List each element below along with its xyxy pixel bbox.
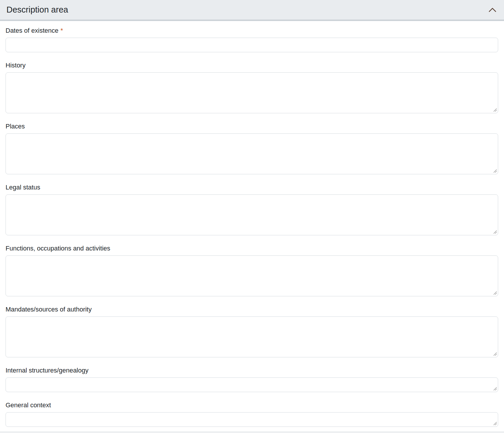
- field-group-mandates-sources-of-authority: Mandates/sources of authority: [6, 304, 498, 357]
- general-context-textarea[interactable]: [6, 412, 498, 427]
- history-label: History: [6, 60, 498, 70]
- field-group-functions-occupations-activities: Functions, occupations and activities: [6, 243, 498, 296]
- field-group-dates-of-existence: Dates of existence*: [6, 26, 498, 52]
- description-area-form: Dates of existence* History Places: [0, 21, 504, 427]
- internal-structures-genealogy-label: Internal structures/genealogy: [6, 366, 498, 375]
- functions-occupations-activities-textarea[interactable]: [6, 255, 498, 296]
- required-asterisk: *: [60, 27, 63, 34]
- dates-of-existence-label-text: Dates of existence: [6, 27, 58, 34]
- legal-status-label: Legal status: [6, 182, 498, 192]
- dates-of-existence-label: Dates of existence*: [6, 26, 498, 35]
- field-group-general-context: General context: [6, 400, 498, 427]
- places-textarea[interactable]: [6, 133, 498, 174]
- history-textarea[interactable]: [6, 72, 498, 113]
- field-group-internal-structures-genealogy: Internal structures/genealogy: [6, 366, 498, 392]
- mandates-sources-of-authority-label: Mandates/sources of authority: [6, 304, 498, 314]
- functions-occupations-activities-label: Functions, occupations and activities: [6, 243, 498, 253]
- legal-status-textarea[interactable]: [6, 194, 498, 235]
- field-group-legal-status: Legal status: [6, 182, 498, 235]
- internal-structures-genealogy-textarea[interactable]: [6, 377, 498, 392]
- section-divider: [0, 432, 504, 434]
- dates-of-existence-input[interactable]: [6, 38, 498, 52]
- field-group-history: History: [6, 60, 498, 113]
- section-title: Description area: [6, 5, 68, 15]
- description-area-section-header[interactable]: Description area: [0, 0, 504, 21]
- general-context-label: General context: [6, 400, 498, 410]
- mandates-sources-of-authority-textarea[interactable]: [6, 316, 498, 357]
- field-group-places: Places: [6, 121, 498, 174]
- chevron-up-icon[interactable]: [489, 7, 496, 12]
- collapse-section-button[interactable]: [488, 6, 497, 13]
- places-label: Places: [6, 121, 498, 131]
